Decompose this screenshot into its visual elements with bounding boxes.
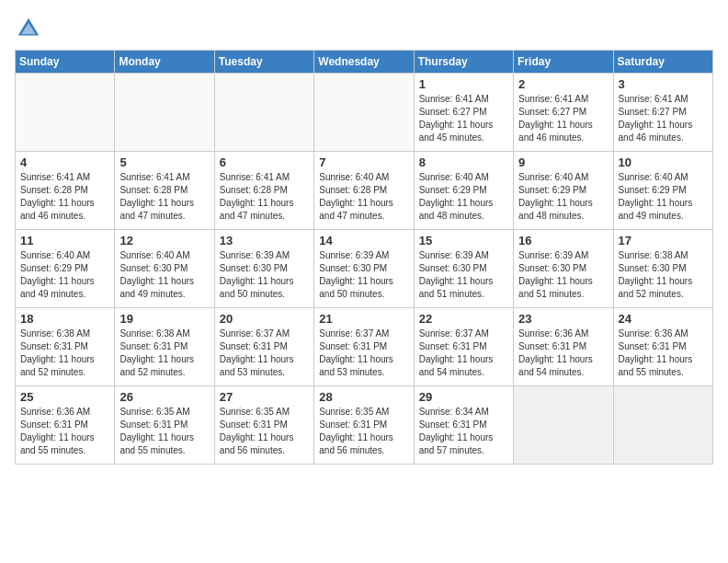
day-number: 7 [319,155,408,169]
day-number: 19 [119,312,209,326]
day-info: Sunrise: 6:40 AM Sunset: 6:29 PM Dayligh… [419,171,508,223]
calendar-cell: 22Sunrise: 6:37 AM Sunset: 6:31 PM Dayli… [414,308,513,386]
day-number: 18 [20,312,109,326]
calendar-cell: 29Sunrise: 6:34 AM Sunset: 6:31 PM Dayli… [414,386,513,465]
day-number: 21 [319,312,408,326]
calendar-cell: 1Sunrise: 6:41 AM Sunset: 6:27 PM Daylig… [414,74,513,152]
calendar-cell: 9Sunrise: 6:40 AM Sunset: 6:29 PM Daylig… [514,152,613,230]
day-header-tuesday: Tuesday [214,51,313,74]
day-info: Sunrise: 6:36 AM Sunset: 6:31 PM Dayligh… [619,327,708,379]
calendar-cell: 25Sunrise: 6:36 AM Sunset: 6:31 PM Dayli… [16,386,115,465]
day-info: Sunrise: 6:37 AM Sunset: 6:31 PM Dayligh… [419,327,508,379]
day-number: 10 [619,155,708,169]
day-info: Sunrise: 6:35 AM Sunset: 6:31 PM Dayligh… [220,406,309,457]
calendar-cell: 20Sunrise: 6:37 AM Sunset: 6:31 PM Dayli… [214,308,313,386]
day-number: 2 [518,77,608,91]
calendar-cell: 7Sunrise: 6:40 AM Sunset: 6:28 PM Daylig… [314,152,414,230]
calendar-cell: 6Sunrise: 6:41 AM Sunset: 6:28 PM Daylig… [214,152,313,230]
day-info: Sunrise: 6:40 AM Sunset: 6:29 PM Dayligh… [619,171,708,223]
calendar-cell [115,74,214,152]
day-number: 15 [419,234,508,247]
calendar-cell: 16Sunrise: 6:39 AM Sunset: 6:30 PM Dayli… [514,230,613,308]
day-number: 12 [119,234,209,247]
day-info: Sunrise: 6:41 AM Sunset: 6:27 PM Dayligh… [419,93,508,144]
day-number: 26 [119,390,209,404]
day-number: 17 [619,234,708,247]
day-info: Sunrise: 6:38 AM Sunset: 6:30 PM Dayligh… [619,249,708,301]
calendar-cell: 5Sunrise: 6:41 AM Sunset: 6:28 PM Daylig… [115,152,214,230]
calendar-cell: 11Sunrise: 6:40 AM Sunset: 6:29 PM Dayli… [16,230,115,308]
day-info: Sunrise: 6:34 AM Sunset: 6:31 PM Dayligh… [419,406,508,457]
calendar-cell: 2Sunrise: 6:41 AM Sunset: 6:27 PM Daylig… [514,74,613,152]
day-info: Sunrise: 6:40 AM Sunset: 6:29 PM Dayligh… [20,249,109,301]
logo [15,15,46,42]
calendar-week-row: 11Sunrise: 6:40 AM Sunset: 6:29 PM Dayli… [16,230,713,308]
calendar-cell [16,74,115,152]
calendar-cell: 19Sunrise: 6:38 AM Sunset: 6:31 PM Dayli… [115,308,214,386]
day-info: Sunrise: 6:39 AM Sunset: 6:30 PM Dayligh… [220,249,309,301]
day-info: Sunrise: 6:41 AM Sunset: 6:27 PM Dayligh… [518,93,608,144]
calendar-cell: 3Sunrise: 6:41 AM Sunset: 6:27 PM Daylig… [613,74,712,152]
calendar-week-row: 18Sunrise: 6:38 AM Sunset: 6:31 PM Dayli… [16,308,713,386]
calendar-cell: 17Sunrise: 6:38 AM Sunset: 6:30 PM Dayli… [613,230,712,308]
calendar-cell: 23Sunrise: 6:36 AM Sunset: 6:31 PM Dayli… [514,308,613,386]
calendar-cell: 8Sunrise: 6:40 AM Sunset: 6:29 PM Daylig… [414,152,513,230]
calendar-cell: 13Sunrise: 6:39 AM Sunset: 6:30 PM Dayli… [214,230,313,308]
day-number: 6 [220,155,309,169]
day-number: 23 [518,312,608,326]
calendar-cell: 18Sunrise: 6:38 AM Sunset: 6:31 PM Dayli… [16,308,115,386]
day-info: Sunrise: 6:35 AM Sunset: 6:31 PM Dayligh… [119,406,209,457]
day-info: Sunrise: 6:41 AM Sunset: 6:28 PM Dayligh… [119,171,209,223]
day-info: Sunrise: 6:41 AM Sunset: 6:27 PM Dayligh… [619,93,708,144]
day-number: 28 [319,390,408,404]
day-number: 3 [619,77,708,91]
day-number: 29 [419,390,508,404]
calendar-table: SundayMondayTuesdayWednesdayThursdayFrid… [15,50,713,465]
calendar-week-row: 4Sunrise: 6:41 AM Sunset: 6:28 PM Daylig… [16,152,713,230]
calendar-cell: 27Sunrise: 6:35 AM Sunset: 6:31 PM Dayli… [214,386,313,465]
calendar-week-row: 25Sunrise: 6:36 AM Sunset: 6:31 PM Dayli… [16,386,713,465]
day-info: Sunrise: 6:38 AM Sunset: 6:31 PM Dayligh… [20,327,109,379]
day-header-wednesday: Wednesday [314,51,414,74]
day-number: 4 [20,155,109,169]
day-info: Sunrise: 6:37 AM Sunset: 6:31 PM Dayligh… [220,327,309,379]
day-info: Sunrise: 6:37 AM Sunset: 6:31 PM Dayligh… [319,327,408,379]
day-number: 8 [419,155,508,169]
day-number: 5 [119,155,209,169]
calendar-cell: 12Sunrise: 6:40 AM Sunset: 6:30 PM Dayli… [115,230,214,308]
logo-icon [15,15,42,42]
day-number: 1 [419,77,508,91]
day-number: 20 [220,312,309,326]
day-header-sunday: Sunday [16,51,115,74]
calendar-cell: 26Sunrise: 6:35 AM Sunset: 6:31 PM Dayli… [115,386,214,465]
calendar-cell: 15Sunrise: 6:39 AM Sunset: 6:30 PM Dayli… [414,230,513,308]
day-header-monday: Monday [115,51,214,74]
day-header-thursday: Thursday [414,51,513,74]
day-info: Sunrise: 6:35 AM Sunset: 6:31 PM Dayligh… [319,406,408,457]
day-info: Sunrise: 6:38 AM Sunset: 6:31 PM Dayligh… [119,327,209,379]
calendar-cell [314,74,414,152]
day-number: 13 [220,234,309,247]
calendar-cell: 21Sunrise: 6:37 AM Sunset: 6:31 PM Dayli… [314,308,414,386]
day-info: Sunrise: 6:39 AM Sunset: 6:30 PM Dayligh… [518,249,608,301]
calendar-cell: 28Sunrise: 6:35 AM Sunset: 6:31 PM Dayli… [314,386,414,465]
day-info: Sunrise: 6:40 AM Sunset: 6:28 PM Dayligh… [319,171,408,223]
day-header-friday: Friday [514,51,613,74]
day-number: 14 [319,234,408,247]
day-info: Sunrise: 6:39 AM Sunset: 6:30 PM Dayligh… [319,249,408,301]
day-number: 9 [518,155,608,169]
day-number: 27 [220,390,309,404]
calendar-cell: 24Sunrise: 6:36 AM Sunset: 6:31 PM Dayli… [613,308,712,386]
day-info: Sunrise: 6:39 AM Sunset: 6:30 PM Dayligh… [419,249,508,301]
day-number: 22 [419,312,508,326]
calendar-cell [514,386,613,465]
calendar-week-row: 1Sunrise: 6:41 AM Sunset: 6:27 PM Daylig… [16,74,713,152]
day-info: Sunrise: 6:36 AM Sunset: 6:31 PM Dayligh… [518,327,608,379]
day-number: 24 [619,312,708,326]
day-number: 11 [20,234,109,247]
day-number: 25 [20,390,109,404]
calendar-cell: 4Sunrise: 6:41 AM Sunset: 6:28 PM Daylig… [16,152,115,230]
page-header [15,15,713,42]
day-info: Sunrise: 6:40 AM Sunset: 6:29 PM Dayligh… [518,171,608,223]
day-number: 16 [518,234,608,247]
